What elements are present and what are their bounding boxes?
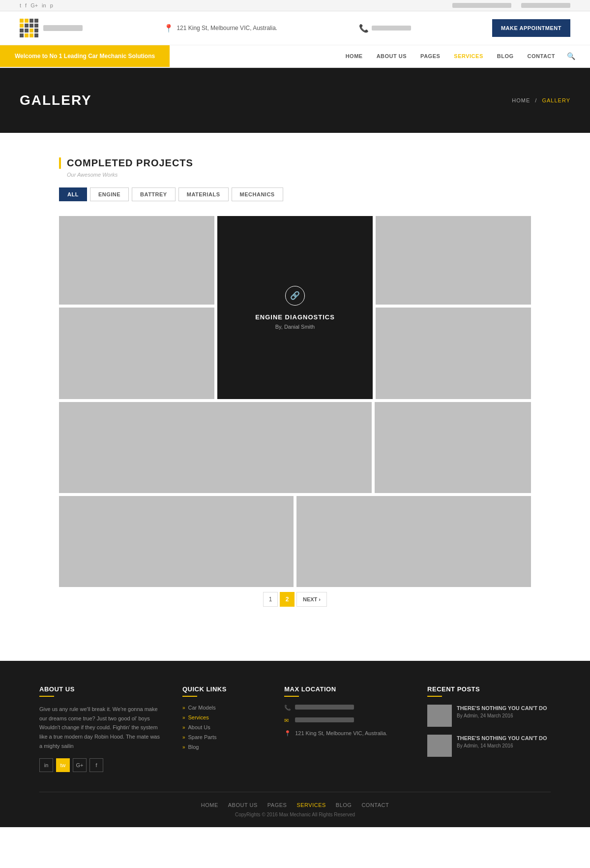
footer-location-title: MAX LOCATION [284, 685, 408, 697]
link-label: About Us [188, 724, 210, 730]
twitter-icon[interactable]: t [20, 2, 21, 8]
filter-all[interactable]: ALL [59, 187, 87, 201]
filter-materials[interactable]: MATERIALS [178, 187, 229, 201]
footer: ABOUT US Give us any rule we'll break it… [0, 661, 590, 827]
footer-nav-blog[interactable]: BLOG [336, 802, 352, 808]
address-text: 121 King St, Melbourne VIC, Australia. [177, 25, 277, 31]
pagination: 1 2 NEXT › [59, 592, 531, 607]
footer-nav-home[interactable]: HOME [201, 802, 218, 808]
header: 📍 121 King St, Melbourne VIC, Australia.… [0, 11, 590, 45]
phone-text [372, 26, 411, 31]
gallery-item-7[interactable] [375, 402, 531, 493]
breadcrumb-home[interactable]: HOME [512, 97, 530, 103]
gallery-item-6[interactable] [59, 402, 372, 493]
gallery-item-8[interactable] [59, 496, 294, 587]
post-title-2: THERE'S NOTHING YOU CAN'T DO [457, 735, 547, 742]
footer-facebook-icon[interactable]: f [89, 758, 103, 772]
appointment-button[interactable]: MAKE APPOINTMENT [492, 19, 570, 37]
arrow-icon: » [182, 744, 185, 750]
main-content: COMPLETED PROJECTS Our Awesome Works ALL… [0, 133, 590, 661]
footer-link-services[interactable]: » Services [182, 714, 265, 720]
footer-quick-links-title: QUICK LINKS [182, 685, 265, 697]
footer-social: in tw G+ f [39, 758, 163, 772]
footer-link-about[interactable]: » About Us [182, 724, 265, 730]
facebook-icon[interactable]: f [25, 2, 27, 8]
pinterest-icon[interactable]: p [50, 2, 53, 8]
breadcrumb-current: GALLERY [542, 97, 570, 103]
footer-nav-pages[interactable]: PAGES [267, 802, 287, 808]
nav-pages[interactable]: PAGES [413, 46, 447, 66]
link-label: Car Models [188, 705, 215, 711]
gallery-row-2 [59, 402, 531, 493]
gallery-item-3[interactable] [376, 216, 531, 305]
footer-location: MAX LOCATION 📞 ✉ 📍 121 King St, Melbourn… [284, 685, 408, 772]
footer-bottom-nav: HOME ABOUT US PAGES SERVICES BLOG CONTAC… [39, 792, 551, 817]
filter-buttons: ALL ENGINE BATTREY MATERIALS MECHANICS [59, 187, 531, 201]
footer-link-spare-parts[interactable]: » Spare Parts [182, 734, 265, 740]
section-subtitle: Our Awesome Works [67, 172, 531, 178]
logo-text [43, 25, 83, 31]
page-1-button[interactable]: 1 [263, 592, 278, 607]
page-title: GALLERY [20, 93, 92, 108]
page-hero: GALLERY HOME / GALLERY [0, 68, 590, 133]
gallery-row-3 [59, 496, 531, 587]
nav-bar: Welcome to No 1 Leading Car Mechanic Sol… [0, 45, 590, 68]
gallery-item-4[interactable] [59, 308, 214, 399]
recent-post-1[interactable]: THERE'S NOTHING YOU CAN'T DO By Admin, 2… [427, 705, 551, 727]
next-page-button[interactable]: NEXT › [296, 592, 327, 607]
link-label: Services [188, 714, 208, 720]
link-label: Blog [188, 744, 199, 750]
gallery-item-1[interactable] [59, 216, 214, 305]
section-title-bar: COMPLETED PROJECTS [59, 157, 531, 169]
footer-address-text: 121 King St, Melbourne VIC, Australia. [295, 730, 387, 736]
footer-nav-about[interactable]: ABOUT US [228, 802, 258, 808]
arrow-icon: » [182, 715, 185, 720]
post-meta-1: By Admin, 24 March 2016 [457, 713, 547, 718]
featured-author: By, Danial Smith [275, 324, 315, 330]
gallery-grid: 🔗 ENGINE DIAGNOSTICS By, Danial Smith [59, 216, 531, 587]
recent-post-2[interactable]: THERE'S NOTHING YOU CAN'T DO By Admin, 1… [427, 735, 551, 757]
email-redacted-1 [295, 717, 354, 722]
gallery-item-9[interactable] [296, 496, 531, 587]
logo-icon [20, 19, 38, 37]
footer-loc-icon: 📍 [284, 730, 291, 737]
footer-link-car-models[interactable]: » Car Models [182, 705, 265, 711]
filter-engine[interactable]: ENGINE [90, 187, 129, 201]
linkedin-icon[interactable]: in [42, 2, 46, 8]
footer-twitter-icon[interactable]: tw [56, 758, 70, 772]
gallery-row-1: 🔗 ENGINE DIAGNOSTICS By, Danial Smith [59, 216, 531, 399]
featured-link-icon: 🔗 [285, 286, 305, 306]
gallery-item-featured[interactable]: 🔗 ENGINE DIAGNOSTICS By, Danial Smith [217, 216, 373, 399]
footer-linkedin-icon[interactable]: in [39, 758, 53, 772]
footer-nav-services[interactable]: SERVICES [296, 802, 325, 808]
footer-address-item: 📍 121 King St, Melbourne VIC, Australia. [284, 730, 408, 737]
breadcrumb-separator: / [535, 97, 537, 103]
footer-recent-posts: RECENT POSTS THERE'S NOTHING YOU CAN'T D… [427, 685, 551, 772]
filter-battery[interactable]: BATTREY [132, 187, 176, 201]
filter-mechanics[interactable]: MECHANICS [232, 187, 283, 201]
footer-nav-links: HOME ABOUT US PAGES SERVICES BLOG CONTAC… [201, 802, 389, 808]
gallery-item-5[interactable] [376, 308, 531, 399]
arrow-icon: » [182, 735, 185, 740]
footer-email-icon: ✉ [284, 717, 291, 724]
social-icons: t f G+ in p [20, 2, 53, 8]
footer-quick-links: QUICK LINKS » Car Models » Services » Ab… [182, 685, 265, 772]
footer-phone-icon: 📞 [284, 705, 291, 711]
nav-services[interactable]: SERVICES [447, 46, 490, 66]
footer-google-plus-icon[interactable]: G+ [73, 758, 87, 772]
top-bar-contact [452, 3, 570, 8]
footer-nav-contact[interactable]: CONTACT [361, 802, 389, 808]
footer-link-blog[interactable]: » Blog [182, 744, 265, 750]
nav-contact[interactable]: CONTACT [521, 46, 562, 66]
footer-about-title: ABOUT US [39, 685, 163, 697]
phone-redacted-1 [295, 705, 354, 710]
nav-blog[interactable]: BLOG [490, 46, 521, 66]
section-title: COMPLETED PROJECTS [67, 157, 531, 169]
nav-home[interactable]: HOME [339, 46, 370, 66]
search-icon[interactable]: 🔍 [562, 45, 580, 67]
google-plus-icon[interactable]: G+ [30, 2, 38, 8]
nav-about[interactable]: ABOUT US [370, 46, 413, 66]
post-thumbnail-2 [427, 735, 452, 757]
page-2-button[interactable]: 2 [280, 592, 295, 607]
nav-links: HOME ABOUT US PAGES SERVICES BLOG CONTAC… [339, 45, 590, 67]
